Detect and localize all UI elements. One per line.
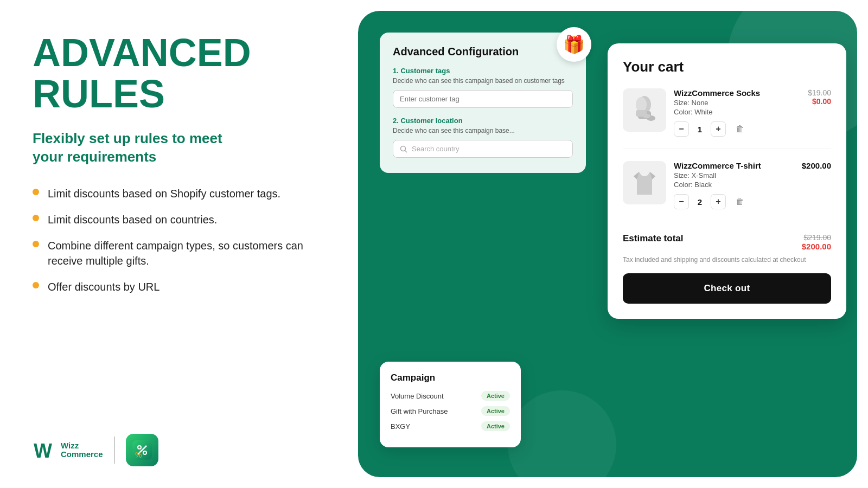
campaign-row: BXGY Active — [391, 421, 510, 431]
campaign-card-title: Campaign — [391, 373, 510, 383]
campaign-row: Gift with Purchase Active — [391, 406, 510, 416]
main-content: ADVANCEDRULES Flexibly set up rules to m… — [33, 33, 326, 305]
item-prices-socks: $19.00 $0.00 — [808, 88, 831, 137]
estimate-label: Estimate total — [623, 233, 683, 244]
item-size: Size: None — [674, 99, 800, 107]
logo-area: W Wizz Commerce % — [33, 434, 326, 466]
item-name: WizzCommerce Socks — [674, 88, 800, 98]
bullet-icon — [33, 215, 39, 221]
checkout-button[interactable]: Check out — [623, 273, 831, 304]
left-panel: ADVANCEDRULES Flexibly set up rules to m… — [0, 0, 358, 488]
list-item: Combine different campaign types, so cus… — [33, 238, 326, 268]
cart-card: Your cart WizzCommerce Socks Size: None … — [608, 43, 846, 319]
item-size: Size: X-Small — [674, 171, 794, 179]
gift-badge: 🎁 — [557, 27, 591, 62]
country-search-placeholder: Search country — [412, 145, 459, 153]
status-badge: Active — [481, 391, 510, 401]
bullet-icon — [33, 282, 39, 288]
list-item-text: Limit discounts based on Shopify custome… — [48, 186, 280, 201]
config-card-title: Advanced Configuration — [393, 46, 573, 58]
increase-qty-button[interactable]: + — [711, 121, 726, 137]
item-controls: − 2 + 🗑 — [674, 194, 794, 209]
item-details-tshirt: WizzCommerce T-shirt Size: X-Small Color… — [674, 161, 794, 209]
logo-text: Wizz Commerce — [61, 441, 103, 459]
logo-line1: Wizz — [61, 441, 103, 451]
customer-tag-input[interactable] — [393, 90, 573, 108]
item-details-socks: WizzCommerce Socks Size: None Color: Whi… — [674, 88, 800, 137]
logo-line2: Commerce — [61, 450, 103, 459]
item-controls: − 1 + 🗑 — [674, 121, 800, 137]
item-price: $200.00 — [802, 161, 831, 170]
delete-item-button[interactable]: 🗑 — [736, 197, 744, 207]
tax-note: Tax included and shipping and discounts … — [623, 255, 831, 265]
increase-qty-button[interactable]: + — [711, 194, 726, 209]
feature-list: Limit discounts based on Shopify custome… — [33, 186, 326, 294]
decrease-qty-button[interactable]: − — [674, 194, 689, 209]
page-headline: ADVANCEDRULES — [33, 33, 326, 114]
svg-point-6 — [401, 146, 406, 151]
svg-point-11 — [636, 97, 647, 112]
config-section2-label: 2. Customer location — [393, 117, 573, 125]
tshirt-image — [628, 166, 661, 199]
wizzcommerce-logo-icon: W — [33, 438, 56, 462]
campaign-name: Volume Discount — [391, 392, 444, 400]
item-name: WizzCommerce T-shirt — [674, 161, 794, 170]
country-search[interactable]: Search country — [393, 140, 573, 158]
item-prices-tshirt: $200.00 — [802, 161, 831, 209]
list-item: Limit discounts based on countries. — [33, 212, 326, 227]
search-icon — [400, 145, 407, 153]
list-item-text: Combine different campaign types, so cus… — [48, 238, 326, 268]
estimate-original-price: $219.00 — [802, 233, 831, 242]
item-image-socks — [623, 88, 666, 132]
cart-item-tshirt: WizzCommerce T-shirt Size: X-Small Color… — [623, 161, 831, 221]
campaign-row: Volume Discount Active — [391, 391, 510, 401]
gift-icon: 🎁 — [563, 34, 585, 55]
quantity-value: 1 — [694, 125, 705, 134]
bullet-icon — [33, 241, 39, 247]
config-section2-desc: Decide who can see this campaign base... — [393, 127, 573, 134]
status-badge: Active — [481, 406, 510, 416]
svg-text:W: W — [34, 440, 52, 462]
logo-divider — [114, 436, 115, 464]
config-section1-label: 1. Customer tags — [393, 67, 573, 75]
list-item: Limit discounts based on Shopify custome… — [33, 186, 326, 201]
discount-app-icon: % — [132, 440, 152, 460]
list-item-text: Offer discounts by URL — [48, 279, 159, 294]
estimate-discount-price: $200.00 — [802, 242, 831, 251]
campaign-name: BXGY — [391, 422, 410, 431]
original-price: $19.00 — [808, 88, 831, 97]
socks-image — [628, 94, 661, 126]
estimate-prices: $219.00 $200.00 — [802, 233, 831, 251]
estimate-row: Estimate total $219.00 $200.00 — [623, 233, 831, 251]
svg-text:%: % — [135, 451, 142, 459]
status-badge: Active — [481, 421, 510, 431]
estimate-section: Estimate total $219.00 $200.00 Tax inclu… — [623, 233, 831, 265]
svg-point-13 — [643, 114, 650, 118]
cart-title: Your cart — [623, 59, 831, 75]
config-section1-desc: Decide who can see this campaign based o… — [393, 77, 573, 85]
item-image-tshirt — [623, 161, 666, 204]
cart-item-socks: WizzCommerce Socks Size: None Color: Whi… — [623, 88, 831, 149]
campaign-name: Gift with Purchase — [391, 407, 448, 415]
page-subheadline: Flexibly set up rules to meetyour requir… — [33, 130, 326, 166]
list-item: Offer discounts by URL — [33, 279, 326, 294]
decrease-qty-button[interactable]: − — [674, 121, 689, 137]
wizzcommerce-logo: W Wizz Commerce — [33, 438, 103, 462]
list-item-text: Limit discounts based on countries. — [48, 212, 217, 227]
campaign-card: Campaign Volume Discount Active Gift wit… — [380, 362, 521, 447]
quantity-value: 2 — [694, 197, 705, 207]
svg-line-7 — [405, 150, 407, 152]
bullet-icon — [33, 189, 39, 195]
item-color: Color: White — [674, 108, 800, 116]
config-card: Advanced Configuration 1. Customer tags … — [380, 33, 586, 173]
discounted-price: $0.00 — [808, 97, 831, 106]
delete-item-button[interactable]: 🗑 — [736, 124, 744, 134]
app-icon: % — [126, 434, 158, 466]
item-color: Color: Black — [674, 181, 794, 189]
right-panel: Advanced Configuration 1. Customer tags … — [358, 11, 857, 477]
